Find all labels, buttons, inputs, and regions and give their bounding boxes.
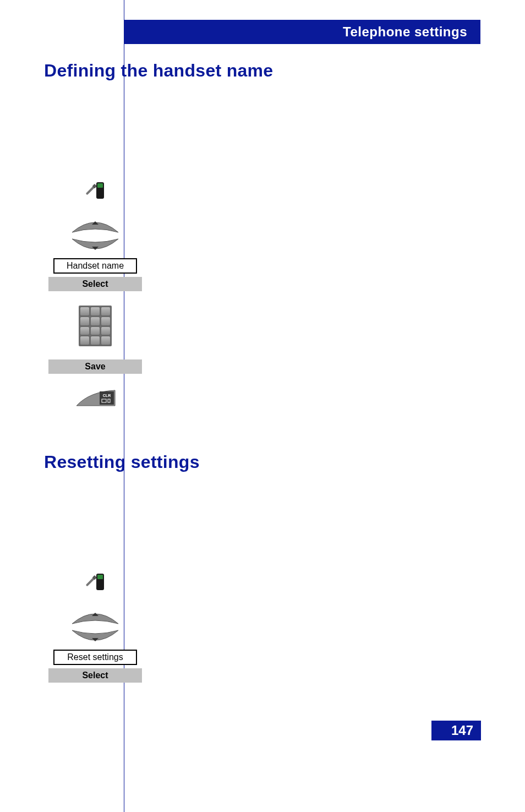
nav-rocker-icon: [70, 216, 121, 255]
steps-defining: Handset name Select Save: [48, 180, 480, 408]
save-button-label: Save: [85, 362, 105, 372]
step-clr: CLR: [48, 388, 480, 408]
section-title-defining: Defining the handset name: [44, 61, 480, 81]
header-bar: Telephone settings: [124, 20, 480, 44]
page-number: 147: [431, 721, 481, 740]
page-number-value: 147: [451, 723, 473, 738]
header-title: Telephone settings: [343, 24, 467, 40]
display-label: Reset settings: [67, 652, 123, 662]
handset-settings-icon: [85, 180, 105, 202]
spacer: [44, 494, 480, 571]
spacer: [44, 103, 480, 180]
display-label: Handset name: [67, 261, 124, 271]
section-title-resetting: Resetting settings: [44, 452, 480, 472]
handset-settings-icon: [85, 571, 105, 593]
step-enter-name: Save: [48, 306, 480, 374]
step-nav-handset-name: Handset name Select: [48, 216, 480, 291]
step-open-settings-2: [48, 571, 480, 593]
step-open-settings: [48, 180, 480, 202]
save-button[interactable]: Save: [48, 359, 142, 374]
display-reset-settings: Reset settings: [53, 650, 137, 665]
page-content: Defining the handset name: [44, 61, 480, 727]
clr-key-icon: CLR: [73, 388, 117, 408]
select-button-label: Select: [82, 279, 108, 289]
steps-resetting: Reset settings Select: [48, 571, 480, 683]
display-handset-name: Handset name: [53, 258, 137, 274]
step-nav-reset: Reset settings Select: [48, 608, 480, 683]
nav-rocker-icon: [70, 608, 121, 646]
clr-key-label: CLR: [103, 394, 111, 397]
select-button[interactable]: Select: [48, 277, 142, 291]
select-button-label: Select: [82, 671, 108, 680]
keypad-icon: [79, 306, 112, 346]
select-button[interactable]: Select: [48, 668, 142, 683]
